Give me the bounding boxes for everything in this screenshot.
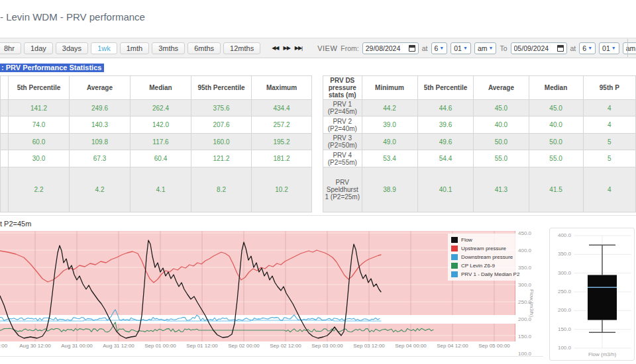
range-button-1wk[interactable]: 1wk	[91, 42, 117, 54]
from-hour-value: 6	[435, 44, 439, 52]
x-tick-label: Sep 04 12:00	[437, 343, 468, 349]
stat-value: 39.0	[362, 116, 417, 134]
legend-item[interactable]: Downstream pressure	[451, 253, 513, 261]
to-minute-value: 01	[602, 44, 610, 52]
stat-value: 74.0	[9, 116, 70, 134]
range-button-6mths[interactable]: 6mths	[187, 42, 221, 54]
column-header: Maximum	[252, 76, 312, 100]
row-label: PRV 1 (P2=45m)	[323, 100, 362, 116]
legend-item[interactable]: CP Levin Z6-9	[451, 261, 513, 270]
legend-swatch	[451, 237, 458, 243]
time-series-plot: FlowUpstream pressureDownstream pressure…	[0, 231, 515, 341]
time-range-bar: 8hr1day3days1wk1mth3mths6mths12mths	[0, 42, 260, 54]
from-hour-select[interactable]: 6 ▼	[431, 42, 448, 54]
stats-section-title: : PRV Performance Statistics	[0, 64, 104, 72]
jump-to-latest-icon[interactable]: ▶▶|	[294, 44, 303, 52]
column-header: 5th Percentile	[417, 76, 474, 100]
range-button-12mths[interactable]: 12mths	[223, 42, 260, 54]
x-tick-label: Aug 31 00:00	[61, 343, 93, 349]
stat-value: 262.4	[131, 100, 191, 116]
at-label: at	[422, 44, 428, 52]
stat-value: 8.2	[191, 167, 252, 212]
stat-value: 4.1	[131, 167, 191, 212]
calendar-icon[interactable]	[557, 45, 564, 52]
axis-divider	[0, 356, 543, 357]
box-plot-y-tick-label: 150.0	[553, 326, 571, 332]
column-header: Minimum	[362, 76, 417, 100]
calendar-icon[interactable]	[409, 45, 415, 52]
to-date-input[interactable]	[514, 44, 555, 52]
stat-value: 4	[583, 167, 635, 212]
range-button-3mths[interactable]: 3mths	[152, 42, 185, 54]
toolbar: 8hr1day3days1wk1mth3mths6mths12mths ◀◀▶▶…	[0, 38, 636, 58]
stat-value: 109.8	[70, 134, 131, 150]
table-row: 30.067.360.4121.2181.2	[1, 150, 312, 167]
stat-value: 39.6	[417, 116, 474, 134]
chart-legend: FlowUpstream pressureDownstream pressure…	[448, 234, 517, 281]
table-row: PRV 3 (P2=50m)49.049.650.050.05	[323, 134, 636, 150]
y-tick-label: 400.0	[518, 248, 531, 253]
stat-value: 41.5	[529, 167, 583, 212]
column-header: Average	[474, 76, 529, 100]
range-button-3days[interactable]: 3days	[56, 42, 88, 54]
legend-item[interactable]: Flow	[451, 236, 513, 244]
stat-value: 45.0	[529, 100, 583, 116]
range-button-1mth[interactable]: 1mth	[120, 42, 149, 54]
table-row: 141.2249.6262.4375.6434.4	[1, 100, 312, 116]
x-tick-label: Sep 01 00:00	[144, 343, 176, 349]
legend-item[interactable]: PRV 1 - Daily Median P2	[451, 270, 513, 279]
legend-swatch	[451, 254, 458, 260]
stat-value: 181.2	[252, 150, 312, 167]
step-forward-icon[interactable]: ▶▶	[282, 44, 290, 52]
from-date-wrap	[362, 42, 419, 54]
legend-item[interactable]: Upstream pressure	[451, 244, 513, 253]
from-ampm-select[interactable]: am ▼	[474, 42, 497, 54]
stat-value: 49.0	[362, 134, 417, 150]
to-date-wrap	[511, 42, 567, 54]
table-row: PRV 4 (P2=55m)53.454.455.055.05	[323, 150, 636, 167]
stat-value: 49.6	[417, 134, 474, 150]
stat-value: 30.0	[9, 150, 70, 167]
x-tick-label: Sep 03 12:00	[353, 343, 385, 349]
column-header: Average	[70, 76, 131, 100]
stat-value: 4.2	[70, 167, 131, 212]
table-row: 74.0140.3142.0207.6257.2	[1, 116, 312, 134]
time-nav-bar: ◀◀▶▶▶▶|	[271, 44, 303, 52]
x-tick-label: Aug 30 12:00	[19, 343, 51, 349]
row-label	[1, 167, 9, 212]
legend-label: Upstream pressure	[461, 246, 506, 251]
section-divider	[0, 215, 636, 216]
box-plot-y-tick-label: 400.0	[553, 232, 571, 238]
to-minute-select[interactable]: 01 ▼	[599, 42, 619, 54]
y-tick-label: 250.0	[518, 299, 531, 305]
from-label: From:	[341, 44, 358, 52]
legend-label: Flow	[461, 237, 472, 243]
stat-value: 40.1	[417, 167, 474, 212]
to-ampm-select[interactable]: am ▼	[623, 42, 636, 54]
row-label: PRV 3 (P2=50m)	[323, 134, 362, 150]
stat-value: 45.0	[474, 100, 529, 116]
stat-value: 5	[583, 150, 635, 167]
x-tick-label: Sep 02 12:00	[270, 343, 301, 349]
from-date-input[interactable]	[366, 44, 407, 52]
flow-stats-table: 5th PercentileAverageMedian95th Percenti…	[0, 75, 312, 212]
to-hour-select[interactable]: 6 ▼	[579, 42, 596, 54]
stat-value: 50.0	[474, 134, 529, 150]
x-tick-label: :00	[0, 343, 7, 349]
y-tick-label: 450.0	[518, 230, 531, 236]
stat-value: 5	[583, 134, 635, 150]
stat-value: 60.4	[131, 150, 191, 167]
from-minute-select[interactable]: 01 ▼	[450, 42, 471, 54]
column-header: 95th P	[583, 76, 635, 100]
table-row: 60.0109.8117.6160.0195.2	[1, 134, 312, 150]
stat-value: 4	[583, 100, 635, 116]
step-back-icon[interactable]: ◀◀	[271, 44, 279, 52]
table-row: 2.24.24.18.210.2	[1, 167, 312, 212]
stat-value: 160.0	[191, 134, 252, 150]
x-tick-label: Sep 02 00:00	[228, 343, 260, 349]
row-label	[1, 100, 9, 116]
at-label: at	[570, 44, 576, 52]
range-button-8hr[interactable]: 8hr	[0, 42, 21, 54]
stat-value: 257.2	[252, 116, 312, 134]
range-button-1day[interactable]: 1day	[24, 42, 53, 54]
